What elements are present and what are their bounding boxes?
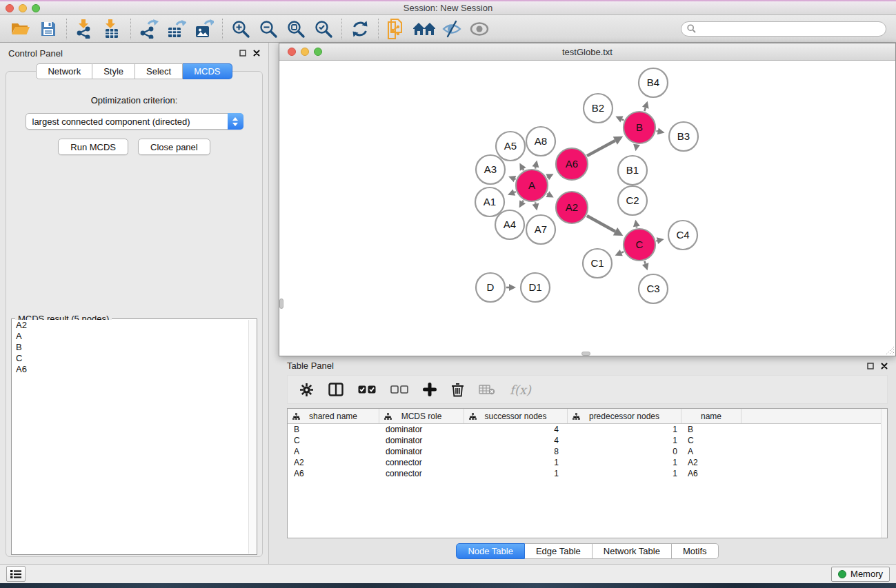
close-network-window-button[interactable] (288, 48, 296, 56)
mcds-tab-pane: Optimization criterion: largest connecte… (6, 71, 263, 557)
zoom-out-button[interactable] (255, 17, 282, 41)
tab-select[interactable]: Select (135, 63, 183, 79)
run-mcds-button[interactable]: Run MCDS (58, 139, 128, 155)
close-window-button[interactable] (6, 4, 14, 12)
graph-node-label: C4 (676, 229, 689, 241)
result-list-item[interactable]: A (12, 331, 248, 342)
zoom-fit-button[interactable] (282, 17, 310, 41)
unselect-all-columns-button[interactable] (390, 385, 408, 394)
search-field[interactable] (681, 21, 886, 37)
tab-style[interactable]: Style (92, 63, 135, 79)
close-panel-icon[interactable] (253, 50, 260, 57)
save-session-button[interactable] (34, 17, 62, 41)
zoom-selected-button[interactable] (310, 17, 337, 41)
zoom-window-button[interactable] (32, 4, 40, 12)
float-panel-icon[interactable] (239, 50, 246, 57)
table-row[interactable]: Cdominator41C (288, 435, 887, 446)
graph-edge[interactable] (644, 108, 645, 111)
search-input[interactable] (699, 23, 880, 34)
table-cell: C (288, 436, 379, 445)
result-list-item[interactable]: C (12, 353, 248, 364)
table-scrollbar[interactable] (881, 409, 887, 538)
task-history-button[interactable] (6, 566, 26, 582)
graph-node-label: A2 (566, 201, 578, 213)
graph-edge[interactable] (587, 216, 615, 232)
home-button[interactable] (410, 17, 438, 41)
hide-graphics-details-button[interactable] (438, 17, 466, 41)
network-graph[interactable]: AA1A2A3A4A5A6A7A8BB1B2B3B4CC1C2C3C4DD1 (279, 61, 895, 356)
export-image-button[interactable] (190, 17, 218, 41)
graph-edge[interactable] (587, 141, 615, 156)
vertical-scroll-thumb[interactable] (279, 298, 283, 309)
result-list-item[interactable]: B (12, 342, 248, 353)
network-window-controls (288, 43, 322, 60)
zoom-in-button[interactable] (227, 17, 255, 41)
mcds-result-list[interactable]: A2ABCA6 (12, 320, 248, 554)
column-header-mcds-role[interactable]: MCDS role (379, 409, 464, 423)
resize-grip-icon[interactable] (886, 346, 895, 355)
minimize-network-window-button[interactable] (301, 48, 309, 56)
show-columns-button[interactable] (328, 383, 344, 396)
control-panel-tabs: Network Style Select MCDS (0, 63, 268, 79)
zoom-network-window-button[interactable] (314, 48, 322, 56)
tab-motifs[interactable]: Motifs (672, 543, 719, 559)
table-cell: 1 (568, 436, 681, 445)
table-cell: 0 (568, 447, 681, 456)
delete-columns-button[interactable] (451, 383, 464, 397)
table-options-button[interactable] (299, 383, 314, 397)
column-header-predecessor-nodes[interactable]: predecessor nodes (568, 409, 681, 423)
graph-edge[interactable] (514, 192, 515, 192)
optimization-criterion-label: Optimization criterion: (91, 95, 178, 105)
network-window-title: testGlobe.txt (562, 47, 613, 57)
import-table-button[interactable] (99, 17, 126, 41)
eye-icon (469, 21, 490, 37)
column-header-name[interactable]: name (681, 409, 741, 423)
criterion-select[interactable]: largest connected component (directed) (26, 113, 243, 130)
delete-table-button[interactable] (479, 384, 495, 395)
function-builder-button[interactable]: f(x) (510, 383, 531, 397)
table-row[interactable]: A2connector11A2 (288, 457, 887, 468)
tab-network-table[interactable]: Network Table (593, 543, 672, 559)
graph-edge[interactable] (523, 169, 524, 170)
memory-button[interactable]: Memory (831, 567, 890, 582)
column-header-successor-nodes[interactable]: successor nodes (464, 409, 568, 423)
table-row[interactable]: Adominator80A (288, 446, 887, 457)
table-row[interactable]: Bdominator41B (288, 424, 887, 435)
horizontal-scroll-thumb[interactable] (581, 352, 590, 356)
select-all-columns-button[interactable] (358, 385, 376, 394)
open-folder-icon (10, 21, 31, 37)
table-row[interactable]: A6connector11A6 (288, 468, 887, 479)
tab-edge-table[interactable]: Edge Table (525, 543, 593, 559)
result-list-item[interactable]: A2 (12, 320, 248, 331)
minimize-window-button[interactable] (19, 4, 27, 12)
result-list-item[interactable]: A6 (12, 364, 248, 375)
create-column-button[interactable] (423, 383, 437, 396)
tab-network[interactable]: Network (36, 63, 92, 79)
import-network-button[interactable] (71, 17, 99, 41)
column-header-shared-name[interactable]: shared name (288, 409, 379, 423)
network-canvas[interactable]: AA1A2A3A4A5A6A7A8BB1B2B3B4CC1C2C3C4DD1 (279, 61, 895, 356)
refresh-view-button[interactable] (346, 17, 374, 41)
table-cell: connector (379, 458, 464, 467)
graph-edge[interactable] (621, 252, 624, 253)
tab-mcds[interactable]: MCDS (183, 63, 232, 79)
close-panel-button[interactable]: Close panel (138, 139, 210, 155)
edge-arrowhead-icon (642, 263, 649, 270)
plus-icon (423, 383, 437, 396)
graph-edge[interactable] (523, 201, 524, 202)
show-graphics-details-button[interactable] (466, 17, 493, 41)
tab-node-table[interactable]: Node Table (456, 543, 525, 559)
graph-node-label: C1 (590, 257, 604, 269)
close-table-panel-icon[interactable] (881, 363, 888, 369)
float-table-panel-icon[interactable] (867, 363, 874, 369)
export-table-button[interactable] (163, 17, 190, 41)
result-scrollbar[interactable] (248, 320, 256, 554)
open-session-button[interactable] (7, 17, 34, 41)
export-network-button[interactable] (135, 17, 163, 41)
graph-edge[interactable] (621, 119, 624, 120)
network-window-titlebar[interactable]: testGlobe.txt (279, 43, 895, 61)
graph-edge[interactable] (644, 261, 645, 264)
copy-network-button[interactable] (383, 17, 410, 41)
graph-edge[interactable] (547, 194, 548, 194)
checked-boxes-icon (358, 385, 376, 394)
